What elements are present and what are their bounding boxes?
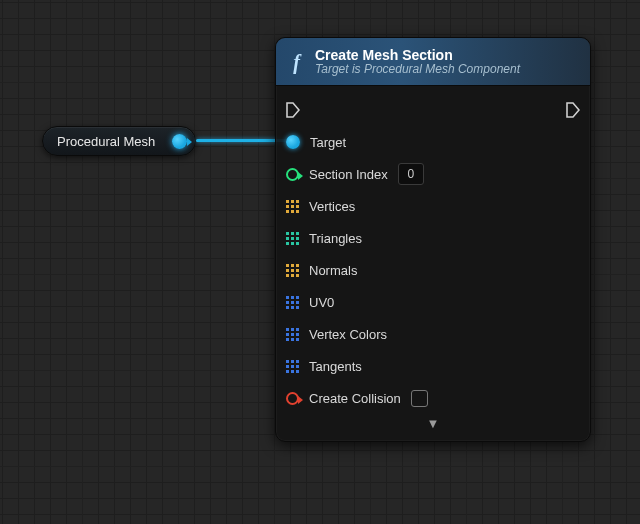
- input-row-vertex-colors: Vertex Colors: [286, 318, 580, 350]
- input-label-uv0: UV0: [309, 295, 334, 310]
- input-pin-normals[interactable]: [286, 264, 299, 277]
- output-pin-object[interactable]: [172, 134, 187, 149]
- input-pin-tangents[interactable]: [286, 360, 299, 373]
- input-label-normals: Normals: [309, 263, 357, 278]
- input-pin-target[interactable]: [286, 135, 300, 149]
- node-subtitle: Target is Procedural Mesh Component: [315, 63, 520, 77]
- exec-row: [286, 94, 580, 126]
- input-pin-create-collision[interactable]: [286, 392, 299, 405]
- input-label-section-index: Section Index: [309, 167, 388, 182]
- input-row-normals: Normals: [286, 254, 580, 286]
- input-label-create-collision: Create Collision: [309, 391, 401, 406]
- input-row-section-index: Section Index 0: [286, 158, 580, 190]
- input-value-section-index[interactable]: 0: [398, 163, 424, 185]
- node-create-mesh-section[interactable]: f Create Mesh Section Target is Procedur…: [275, 37, 591, 442]
- variable-node-label: Procedural Mesh: [57, 134, 172, 149]
- input-label-triangles: Triangles: [309, 231, 362, 246]
- input-label-tangents: Tangents: [309, 359, 362, 374]
- input-label-target: Target: [310, 135, 346, 150]
- node-title: Create Mesh Section: [315, 47, 520, 63]
- expand-node-button[interactable]: ▼: [286, 414, 580, 435]
- input-row-target: Target: [286, 126, 580, 158]
- checkbox-create-collision[interactable]: [411, 390, 428, 407]
- node-header[interactable]: f Create Mesh Section Target is Procedur…: [276, 38, 590, 86]
- input-pin-section-index[interactable]: [286, 168, 299, 181]
- chevron-down-icon: ▼: [427, 416, 440, 431]
- input-row-vertices: Vertices: [286, 190, 580, 222]
- node-body: Target Section Index 0 Vertices Triangle…: [276, 86, 590, 441]
- input-row-uv0: UV0: [286, 286, 580, 318]
- variable-node-procedural-mesh[interactable]: Procedural Mesh: [42, 126, 196, 156]
- input-label-vertex-colors: Vertex Colors: [309, 327, 387, 342]
- input-pin-vertex-colors[interactable]: [286, 328, 299, 341]
- input-label-vertices: Vertices: [309, 199, 355, 214]
- input-row-triangles: Triangles: [286, 222, 580, 254]
- input-row-create-collision: Create Collision: [286, 382, 580, 414]
- exec-out-pin[interactable]: [566, 102, 580, 118]
- input-pin-uv0[interactable]: [286, 296, 299, 309]
- input-row-tangents: Tangents: [286, 350, 580, 382]
- function-icon: f: [288, 51, 305, 73]
- input-pin-triangles[interactable]: [286, 232, 299, 245]
- input-pin-vertices[interactable]: [286, 200, 299, 213]
- exec-in-pin[interactable]: [286, 102, 300, 118]
